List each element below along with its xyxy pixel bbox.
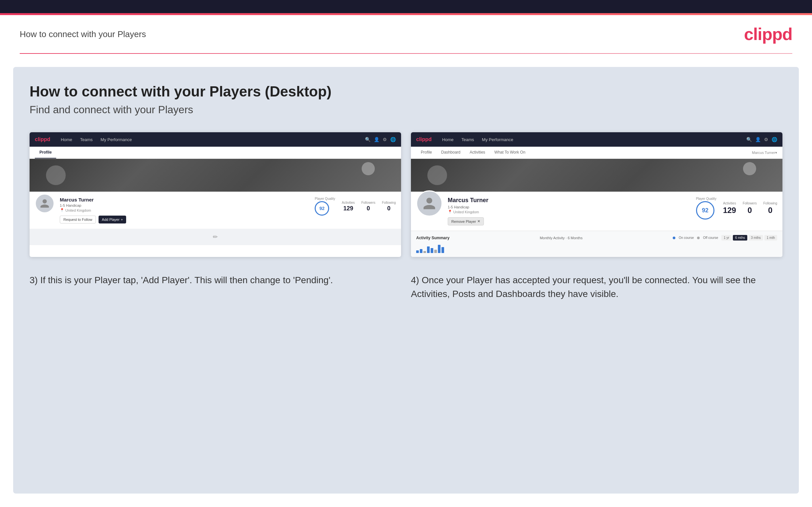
- bar-3: [423, 251, 426, 253]
- left-profile-info: Marcus Turner 1-5 Handicap 📍 United King…: [30, 192, 401, 229]
- left-profile-stats: Player Quality 92 Activities 129 Followe…: [315, 197, 396, 216]
- activity-title: Activity Summary: [416, 236, 449, 240]
- left-nav-home[interactable]: Home: [57, 132, 76, 147]
- tab-activities-right[interactable]: Activities: [465, 147, 490, 159]
- filter-6mths[interactable]: 6 mths: [733, 235, 747, 240]
- left-caption-section: 3) If this is your Player tap, 'Add Play…: [30, 273, 401, 301]
- left-profile-hero: [30, 159, 401, 192]
- bar-5: [430, 248, 433, 253]
- right-profile-hero: [411, 159, 782, 192]
- page-title: How to connect with your Players: [20, 29, 146, 39]
- right-profile-main: Marcus Turner 1-5 Handicap 📍 United King…: [448, 197, 777, 225]
- left-stat-following: Following 0: [382, 201, 396, 212]
- bar-8: [442, 247, 444, 253]
- right-profile-actions: Remove Player ✕: [448, 217, 690, 225]
- right-stat-following: Following 0: [763, 202, 777, 215]
- search-icon[interactable]: 🔍: [365, 137, 370, 142]
- activities-label: Activities: [342, 201, 355, 205]
- activities-value: 129: [342, 205, 355, 212]
- chevron-down-icon: ▾: [775, 151, 777, 155]
- left-profile-name: Marcus Turner: [60, 197, 309, 203]
- filter-1yr[interactable]: 1 yr: [721, 235, 731, 240]
- tab-dashboard-right[interactable]: Dashboard: [437, 147, 465, 159]
- left-profile-location: 📍 United Kingdom: [60, 208, 309, 212]
- left-stat-activities: Activities 129: [342, 201, 355, 212]
- screenshots-row: clippd Home Teams My Performance 🔍 👤 ⚙ 🌐…: [30, 132, 782, 257]
- bar-6: [434, 250, 437, 253]
- left-caption: 3) If this is your Player tap, 'Add Play…: [30, 273, 401, 287]
- add-player-button[interactable]: Add Player +: [99, 216, 126, 223]
- right-profile-avatar: [416, 190, 443, 217]
- left-nav-logo: clippd: [35, 136, 50, 143]
- followers-label: Followers: [361, 201, 375, 205]
- right-followers-label: Followers: [743, 202, 757, 205]
- activity-legend: On course Off course: [673, 236, 718, 239]
- edit-pencil-icon: ✏: [213, 233, 218, 240]
- left-stat-quality: Player Quality 92: [315, 197, 335, 216]
- left-profile-actions: Request to Follow Add Player +: [60, 216, 309, 223]
- followers-value: 0: [361, 205, 375, 212]
- plus-icon: +: [121, 218, 123, 222]
- left-app-tabs: Profile: [30, 147, 401, 159]
- bar-7: [438, 245, 441, 253]
- left-nav-myperformance[interactable]: My Performance: [97, 132, 136, 147]
- right-globe-icon[interactable]: 🌐: [772, 137, 777, 142]
- right-following-value: 0: [763, 206, 777, 215]
- right-search-icon[interactable]: 🔍: [746, 137, 752, 142]
- on-course-dot: [673, 237, 675, 239]
- right-quality-label: Player Quality: [696, 197, 716, 201]
- right-following-label: Following: [763, 202, 777, 205]
- left-app-nav: clippd Home Teams My Performance 🔍 👤 ⚙ 🌐: [30, 132, 401, 147]
- user-icon[interactable]: 👤: [374, 137, 379, 142]
- right-profile-location: 📍 United Kingdom: [448, 210, 690, 214]
- right-nav-home[interactable]: Home: [438, 132, 458, 147]
- right-caption-section: 4) Once your Player has accepted your re…: [411, 273, 782, 301]
- top-bar: [0, 0, 812, 13]
- right-stat-followers: Followers 0: [743, 202, 757, 215]
- right-profile-stats: Player Quality 92 Activities 129 Followe…: [696, 197, 777, 220]
- off-course-label: Off course: [703, 236, 718, 239]
- avatar-icon: [39, 198, 50, 209]
- tab-profile-right[interactable]: Profile: [416, 147, 437, 159]
- on-course-label: On course: [679, 236, 694, 239]
- right-app-tabs: Profile Dashboard Activities What To Wor…: [411, 147, 782, 159]
- right-settings-icon[interactable]: ⚙: [764, 137, 768, 142]
- activity-controls: On course Off course 1 yr 6 mths 3 mths …: [673, 235, 777, 240]
- right-screenshot-panel: clippd Home Teams My Performance 🔍 👤 ⚙ 🌐…: [411, 132, 782, 257]
- page-heading: How to connect with your Players (Deskto…: [30, 83, 782, 100]
- location-pin-icon: 📍: [60, 208, 64, 212]
- right-stat-activities: Activities 129: [723, 202, 736, 215]
- right-profile-name: Marcus Turner: [448, 197, 690, 204]
- request-to-follow-button[interactable]: Request to Follow: [60, 216, 96, 223]
- off-course-dot: [697, 237, 700, 239]
- clippd-logo: clippd: [744, 24, 792, 44]
- settings-icon[interactable]: ⚙: [383, 137, 387, 142]
- right-tab-user: Marcus Turner ▾: [752, 147, 777, 159]
- header-divider: [20, 53, 792, 54]
- left-profile-details: Marcus Turner 1-5 Handicap 📍 United King…: [60, 197, 309, 223]
- left-profile-avatar: [35, 193, 55, 213]
- globe-icon[interactable]: 🌐: [390, 137, 396, 142]
- tab-what-to-work-on-right[interactable]: What To Work On: [490, 147, 530, 159]
- right-location-pin-icon: 📍: [448, 210, 452, 214]
- filter-1mth[interactable]: 1 mth: [764, 235, 777, 240]
- left-screenshot-panel: clippd Home Teams My Performance 🔍 👤 ⚙ 🌐…: [30, 132, 401, 257]
- right-nav-icons: 🔍 👤 ⚙ 🌐: [746, 137, 777, 142]
- right-user-icon[interactable]: 👤: [755, 137, 761, 142]
- bar-4: [427, 246, 429, 253]
- activity-time-filters: 1 yr 6 mths 3 mths 1 mth: [721, 235, 777, 240]
- page-subheading: Find and connect with your Players: [30, 104, 782, 116]
- right-quality-circle: 92: [696, 201, 714, 220]
- right-activities-value: 129: [723, 206, 736, 215]
- filter-3mths[interactable]: 3 mths: [749, 235, 763, 240]
- activity-summary-section: Activity Summary Monthly Activity · 6 Mo…: [411, 231, 782, 257]
- left-nav-teams[interactable]: Teams: [76, 132, 97, 147]
- left-profile-handicap: 1-5 Handicap: [60, 204, 309, 208]
- following-label: Following: [382, 201, 396, 205]
- close-icon: ✕: [477, 219, 480, 223]
- right-nav-teams[interactable]: Teams: [458, 132, 478, 147]
- tab-profile-left[interactable]: Profile: [35, 147, 56, 159]
- right-nav-myperformance[interactable]: My Performance: [478, 132, 517, 147]
- remove-player-button[interactable]: Remove Player ✕: [448, 217, 484, 225]
- right-activities-label: Activities: [723, 202, 736, 205]
